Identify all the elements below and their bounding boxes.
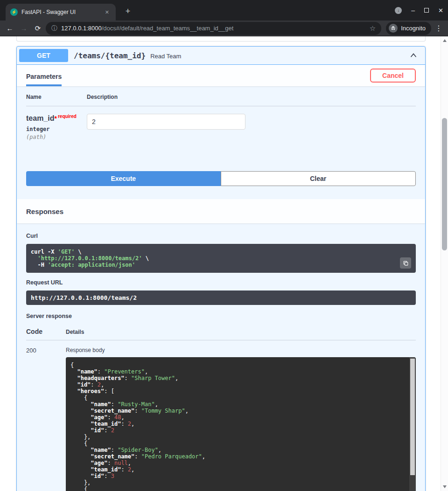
- responses-header: Responses: [17, 199, 425, 223]
- url-text: 127.0.0.1:8000/docs#/default/read_team_t…: [61, 25, 366, 32]
- curl-label: Curl: [26, 233, 416, 239]
- browser-tab[interactable]: ⚡ FastAPI - Swagger UI ✕: [6, 4, 116, 21]
- collapse-chevron-icon[interactable]: [409, 51, 418, 60]
- url-path: /docs#/default/read_team_teams__team_id_…: [102, 25, 234, 32]
- col-header-code: Code: [26, 328, 66, 335]
- active-tab-underline: [26, 84, 62, 86]
- execute-button[interactable]: Execute: [26, 171, 221, 186]
- address-bar[interactable]: ⓘ 127.0.0.1:8000/docs#/default/read_team…: [46, 22, 381, 35]
- response-body-scrollbar-thumb[interactable]: [410, 359, 415, 475]
- minimize-button[interactable]: –: [411, 7, 415, 14]
- page-content: GET /teams/{team_id} Read Team Parameter…: [0, 36, 448, 491]
- execute-wrapper: Execute Clear: [17, 171, 425, 195]
- browser-update-icon[interactable]: ↓: [395, 7, 402, 14]
- new-tab-button[interactable]: +: [122, 6, 133, 17]
- responses-section: Curl curl -X 'GET' \ 'http://127.0.0.1:8…: [17, 223, 425, 491]
- parameter-row: team_id*required integer (path): [26, 106, 416, 140]
- curl-command-text: curl -X 'GET' \ 'http://127.0.0.1:8000/t…: [31, 249, 411, 268]
- previous-section-bottom-edge: [16, 36, 426, 41]
- server-response-label: Server response: [26, 313, 416, 319]
- http-method-badge: GET: [19, 49, 68, 62]
- scrollbar-thumb[interactable]: [442, 118, 447, 250]
- response-table-header: Code Details: [26, 328, 416, 340]
- status-code: 200: [26, 347, 66, 491]
- request-url-label: Request URL: [26, 279, 416, 286]
- fastapi-favicon-icon: ⚡: [10, 8, 18, 16]
- required-label: required: [58, 114, 77, 119]
- col-header-description: Description: [87, 94, 416, 100]
- parameters-table: Name Description team_id*required intege…: [17, 86, 425, 150]
- endpoint-path: /teams/{team_id}: [68, 51, 150, 60]
- tab-title: FastAPI - Swagger UI: [21, 9, 99, 15]
- tab-close-icon[interactable]: ✕: [103, 8, 111, 16]
- col-header-name: Name: [26, 94, 87, 100]
- maximize-button[interactable]: [424, 8, 429, 13]
- cancel-button[interactable]: Cancel: [370, 69, 416, 83]
- incognito-icon: [389, 24, 398, 33]
- curl-command-block: curl -X 'GET' \ 'http://127.0.0.1:8000/t…: [26, 244, 416, 273]
- forward-icon[interactable]: →: [18, 22, 30, 35]
- parameters-tab-label: Parameters: [26, 73, 62, 80]
- browser-titlebar: ⚡ FastAPI - Swagger UI ✕ + ↓ – ✕: [0, 0, 448, 21]
- response-row: 200 Response body { "name": "Preventers"…: [26, 340, 416, 491]
- url-host: 127.0.0.1:8000: [61, 25, 102, 32]
- tab-parameters[interactable]: Parameters: [26, 73, 62, 86]
- bookmark-star-icon[interactable]: ☆: [370, 24, 376, 33]
- opblock-summary[interactable]: GET /teams/{team_id} Read Team: [17, 47, 425, 65]
- endpoint-summary: Read Team: [150, 52, 409, 60]
- page-scrollbar[interactable]: [441, 36, 448, 491]
- incognito-label: Incognito: [401, 25, 426, 32]
- incognito-badge: Incognito: [386, 22, 431, 35]
- response-body-json: { "name": "Preventers", "headquarters": …: [70, 362, 405, 491]
- parameter-name: team_id*required: [26, 114, 87, 123]
- copy-icon[interactable]: [400, 257, 411, 269]
- team-id-input[interactable]: [87, 114, 245, 130]
- parameters-header: Parameters Cancel: [17, 65, 425, 86]
- required-star: *: [54, 115, 56, 122]
- opblock-get-teams: GET /teams/{team_id} Read Team Parameter…: [16, 46, 426, 491]
- browser-menu-icon[interactable]: ⋮: [433, 24, 444, 33]
- scrollbar-up-arrow-icon[interactable]: [443, 39, 447, 42]
- request-url-value: http://127.0.0.1:8000/teams/2: [26, 290, 416, 305]
- parameter-type: integer: [26, 126, 87, 132]
- response-body-label: Response body: [66, 347, 416, 353]
- scrollbar-down-arrow-icon[interactable]: [443, 485, 447, 488]
- window-close-button[interactable]: ✕: [438, 7, 443, 14]
- back-icon[interactable]: ←: [4, 22, 16, 35]
- browser-toolbar: ← → ⟳ ⓘ 127.0.0.1:8000/docs#/default/rea…: [0, 21, 448, 36]
- reload-icon[interactable]: ⟳: [32, 22, 44, 35]
- col-header-details: Details: [66, 329, 416, 335]
- responses-title: Responses: [26, 207, 63, 215]
- parameter-location: (path): [26, 134, 87, 140]
- site-info-icon[interactable]: ⓘ: [51, 24, 57, 33]
- clear-button[interactable]: Clear: [221, 171, 416, 186]
- response-body-block: { "name": "Preventers", "headquarters": …: [66, 357, 416, 491]
